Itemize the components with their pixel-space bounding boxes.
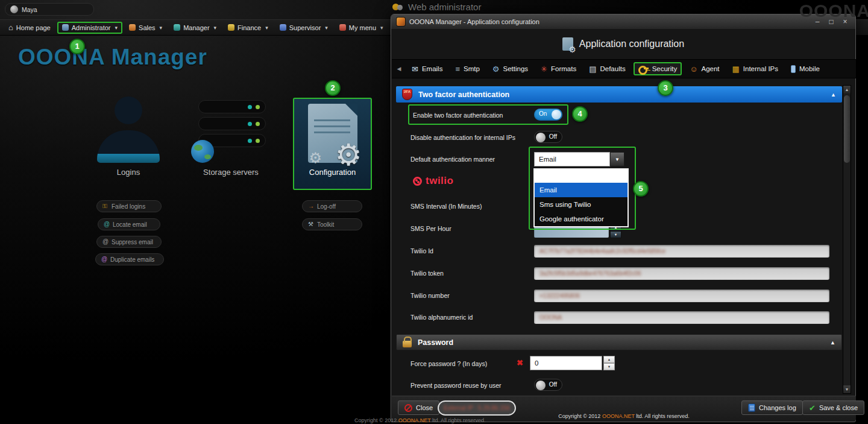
required-x-icon [517,358,523,367]
disable-internal-label: Disable authentication for internal IPs [410,134,515,141]
enable-twofa-toggle[interactable]: On [534,109,562,121]
menu-item-sales[interactable]: Sales [124,22,167,34]
menu-item-manager[interactable]: Manager [169,22,221,34]
toggle-knob [536,381,546,390]
spinner-down-icon[interactable] [610,231,621,238]
scrollbar-thumb[interactable] [844,95,850,163]
spinner-down-icon[interactable] [603,363,615,370]
administrator-people-icon [392,2,404,11]
dropdown-option-blank[interactable] [535,169,627,183]
prevent-reuse-toggle[interactable]: Off [534,379,562,391]
enable-twofa-label: Enable two factor authentication [413,112,503,119]
collapse-arrow-icon[interactable]: ▲ [831,92,836,98]
twilio-alphanumeric-label: Twilio alphanumeric id [410,314,473,321]
tab-mobile[interactable]: Mobile [786,62,825,76]
force-password-input[interactable]: 0 [530,356,602,370]
tile-logins-label: Logins [83,168,174,177]
twilio-token-label: Twilio token [410,270,444,277]
formats-icon [541,65,547,73]
dialog-titlebar[interactable]: OOONA Manager - Application configuratio… [391,14,855,29]
duplicate-emails-icon: @ [101,256,107,262]
scroll-down-icon[interactable] [843,385,851,393]
tab-bar: Emails Smtp Settings Formats Defaults Se… [392,59,856,78]
log-off-button[interactable]: → Log-off [302,200,362,212]
server-stack-icon [191,97,271,163]
menu-item-finance[interactable]: Finance [223,22,273,34]
settings-gear-icon [492,65,500,73]
key-icon [638,66,649,72]
menu-item-administrator[interactable]: Administrator [57,22,122,34]
dropdown-option-google-auth[interactable]: Google authenticator [535,212,627,226]
tab-emails[interactable]: Emails [407,62,447,76]
twilio-id-field[interactable]: AC7f7b77a2f78344b4e4aafc2c92f5cd4e585fce [534,245,829,258]
enable-twofa-highlight: Enable two factor authentication On [408,104,568,125]
tab-settings[interactable]: Settings [488,62,533,76]
password-section-header[interactable]: Password ▲ [396,334,842,350]
check-icon [809,403,816,413]
scroll-up-icon[interactable] [843,86,851,93]
page-copyright: Copyright © 2012 OOONA.NET ltd. All righ… [354,417,486,423]
masked-value: AC7f7b77a2f78344b4e4aafc2c92f5cd4e585fce [539,248,665,255]
force-password-spinner[interactable] [603,356,615,370]
twilio-number-field[interactable]: +13222495806 [534,290,829,302]
menu-item-supervisor[interactable]: Supervisor [275,22,333,34]
twilio-logo: twilio [413,175,453,187]
log-off-icon: → [308,203,314,209]
watermark-logo: OOONA [799,1,868,21]
user-avatar-icon [10,5,18,13]
save-close-button[interactable]: Save & close [802,400,864,415]
toggle-knob [536,133,546,142]
twofa-section-header[interactable]: 2FA Two factor authentication ▲ [396,86,842,103]
force-password-label: Force password ? (In days) [410,360,487,367]
tile-logins[interactable]: Logins [83,97,174,177]
tab-smtp[interactable]: Smtp [450,62,484,76]
tab-scroll-left-icon[interactable] [394,66,404,72]
supervisor-icon [280,24,286,31]
annotation-3: 3 [658,80,673,96]
tab-security[interactable]: Security [634,62,682,75]
menu-item-home-page[interactable]: Home page [4,21,55,34]
page-title: Web administrator [392,2,481,12]
sales-icon [129,24,136,31]
my-menu-icon [339,24,346,31]
gear-icon: ⚙ [335,140,362,170]
dialog-header: Application configuration [391,37,855,51]
tab-agent[interactable]: Agent [685,62,724,76]
home-icon [8,23,13,32]
twofa-shield-icon: 2FA [402,89,412,100]
twilio-token-field[interactable]: 3a2fc5f5b3d5a9dbe476763a6b4f2c06 [534,267,829,280]
app-icon [397,17,405,26]
tab-defaults[interactable]: Defaults [584,62,630,76]
collapse-arrow-icon[interactable]: ▲ [830,340,835,346]
dropdown-option-sms-twilio[interactable]: Sms using Twilio [535,197,627,212]
tile-configuration[interactable]: ⚙ ⚙ Configuration [293,98,372,190]
config-doc-icon [562,37,573,51]
cancel-circle-icon [404,404,412,412]
lock-icon [403,341,412,347]
finance-icon [228,24,234,31]
auth-manner-select[interactable]: Email [534,152,624,166]
tab-formats[interactable]: Formats [536,62,581,76]
locate-email-button[interactable]: @ Locate email [98,218,160,230]
spinner-up-icon[interactable] [603,356,615,363]
dropdown-arrow-icon[interactable] [610,152,624,166]
tile-storage-servers[interactable]: Storage servers [186,97,276,177]
toolkit-button[interactable]: ⚒ Toolkit [302,218,362,230]
disable-internal-toggle[interactable]: Off [534,131,562,143]
twilio-alphanumeric-field[interactable]: OOONA [534,311,829,324]
changes-log-button[interactable]: Changes log [741,400,803,415]
tab-internal-ips[interactable]: Internal IPs [728,62,783,76]
user-chip[interactable]: Maya [5,3,94,16]
duplicate-emails-button[interactable]: @ Duplicate emails [95,253,164,265]
mobile-phone-icon [791,65,796,73]
menu-item-my-menu[interactable]: My menu [335,22,388,34]
auth-manner-label: Default authentication manner [410,156,495,163]
brand-name: OOONA.NET [602,413,635,419]
suppress-email-button[interactable]: @ Suppress email [96,236,162,248]
vertical-scrollbar[interactable] [843,85,851,394]
sms-per-hour-label: SMS Per Hour [410,225,451,232]
dropdown-option-email[interactable]: Email [535,183,627,197]
failed-logins-button[interactable]: ⚿ Failed logins [96,200,162,212]
user-name: Maya [22,6,37,13]
annotation-5: 5 [633,181,649,197]
